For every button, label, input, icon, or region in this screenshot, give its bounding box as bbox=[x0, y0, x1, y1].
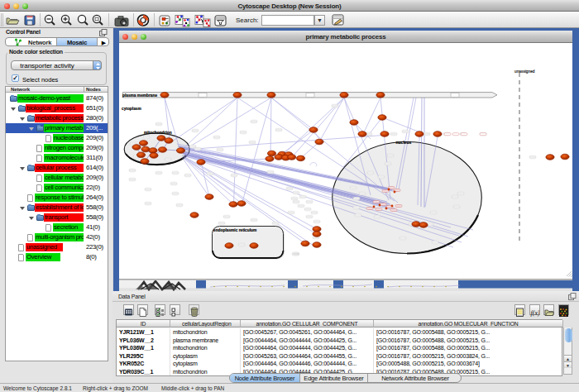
svg-text:f(x): f(x) bbox=[531, 309, 540, 317]
svg-text:endoplasmic reticulum: endoplasmic reticulum bbox=[213, 228, 256, 232]
svg-text:unassigned: unassigned bbox=[514, 69, 535, 74]
svg-text:mitochondrion: mitochondrion bbox=[144, 131, 172, 135]
svg-text:nucleus: nucleus bbox=[396, 140, 412, 145]
svg-text:cytoplasm: cytoplasm bbox=[122, 107, 141, 111]
svg-text:plasma membrane: plasma membrane bbox=[122, 93, 157, 98]
